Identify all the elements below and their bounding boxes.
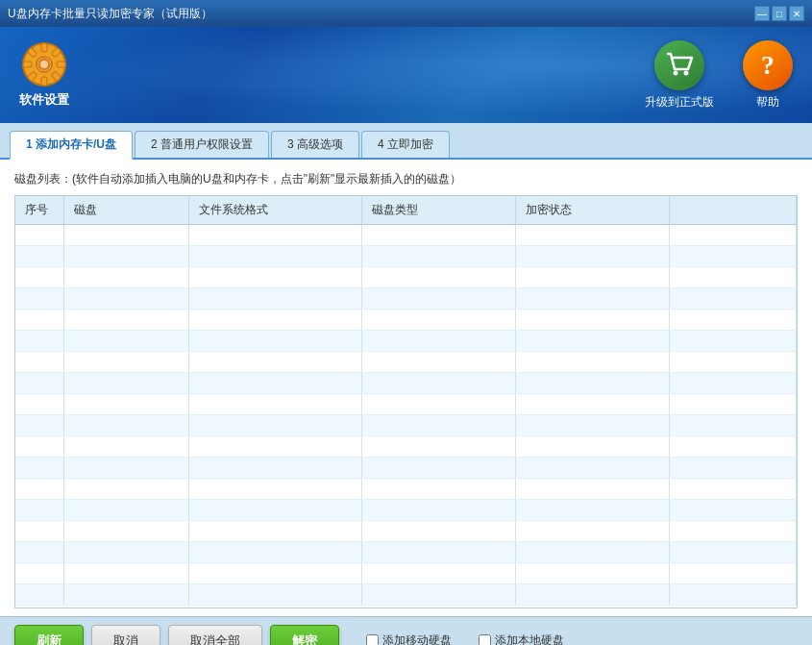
decrypt-button[interactable]: 解密 bbox=[270, 625, 339, 646]
table-row bbox=[15, 225, 797, 246]
bottom-toolbar: 刷新 取消 取消全部 解密 添加移动硬盘 添加本地硬盘 bbox=[0, 616, 812, 645]
software-settings-label[interactable]: 软件设置 bbox=[19, 91, 69, 109]
tab-bar: 1 添加内存卡/U盘 2 普通用户权限设置 3 高级选项 4 立即加密 bbox=[0, 123, 812, 160]
main-area: 1 添加内存卡/U盘 2 普通用户权限设置 3 高级选项 4 立即加密 磁盘列表… bbox=[0, 123, 812, 616]
table-row bbox=[15, 267, 797, 288]
col-fs: 文件系统格式 bbox=[188, 196, 361, 225]
cart-icon bbox=[665, 52, 694, 79]
minimize-button[interactable]: — bbox=[754, 6, 770, 21]
col-extra bbox=[669, 196, 797, 225]
tab-user-permissions[interactable]: 2 普通用户权限设置 bbox=[135, 131, 269, 158]
question-mark-icon: ? bbox=[761, 50, 775, 81]
help-icon-circle: ? bbox=[743, 40, 793, 90]
add-local-hdd-label: 添加本地硬盘 bbox=[495, 633, 564, 645]
table-row bbox=[15, 288, 797, 310]
col-type: 磁盘类型 bbox=[361, 196, 515, 225]
add-local-hdd-checkbox[interactable] bbox=[479, 634, 491, 645]
table-header-row: 序号 磁盘 文件系统格式 磁盘类型 加密状态 bbox=[15, 196, 797, 225]
cart-icon-circle bbox=[654, 40, 704, 90]
gear-icon bbox=[21, 41, 67, 87]
header: 软件设置 升级到正式版 ? 帮助 bbox=[0, 27, 812, 123]
svg-rect-4 bbox=[57, 62, 65, 67]
table-row bbox=[15, 542, 797, 563]
table-row bbox=[15, 246, 797, 267]
table-row bbox=[15, 310, 797, 331]
tab-add-disk[interactable]: 1 添加内存卡/U盘 bbox=[10, 131, 133, 160]
svg-rect-2 bbox=[41, 43, 47, 52]
table-row bbox=[15, 373, 797, 394]
tab-advanced-options[interactable]: 3 高级选项 bbox=[271, 131, 359, 158]
cancel-button[interactable]: 取消 bbox=[91, 625, 160, 646]
help-label: 帮助 bbox=[756, 94, 779, 111]
upgrade-button[interactable]: 升级到正式版 bbox=[645, 40, 714, 111]
table-row bbox=[15, 352, 797, 373]
svg-rect-6 bbox=[41, 77, 47, 86]
maximize-button[interactable]: □ bbox=[772, 6, 787, 21]
add-mobile-hdd-checkbox[interactable] bbox=[366, 634, 379, 645]
table-row bbox=[15, 394, 797, 415]
add-mobile-hdd-label: 添加移动硬盘 bbox=[382, 633, 452, 645]
svg-point-13 bbox=[684, 70, 689, 75]
table-row bbox=[15, 331, 797, 352]
table-row bbox=[15, 521, 797, 542]
add-local-hdd-group: 添加本地硬盘 bbox=[479, 633, 564, 645]
disk-table-container: 序号 磁盘 文件系统格式 磁盘类型 加密状态 bbox=[14, 195, 798, 608]
window-controls: — □ ✕ bbox=[754, 6, 804, 21]
table-row bbox=[15, 436, 797, 458]
table-row bbox=[15, 415, 797, 436]
tab-encrypt-now[interactable]: 4 立即加密 bbox=[361, 131, 450, 158]
table-row bbox=[15, 584, 797, 606]
svg-point-11 bbox=[40, 61, 48, 68]
header-left: 软件设置 bbox=[19, 41, 69, 109]
add-mobile-hdd-group: 添加移动硬盘 bbox=[366, 633, 452, 645]
table-row bbox=[15, 563, 797, 584]
disk-table: 序号 磁盘 文件系统格式 磁盘类型 加密状态 bbox=[15, 196, 797, 606]
svg-rect-8 bbox=[23, 62, 32, 67]
col-status: 加密状态 bbox=[515, 196, 669, 225]
tab-content: 磁盘列表：(软件自动添加插入电脑的U盘和内存卡，点击"刷新"显示最新插入的的磁盘… bbox=[0, 160, 812, 620]
table-row bbox=[15, 479, 797, 500]
upgrade-label: 升级到正式版 bbox=[645, 94, 714, 111]
cancel-all-button[interactable]: 取消全部 bbox=[168, 625, 262, 646]
svg-point-12 bbox=[674, 70, 678, 75]
col-index: 序号 bbox=[15, 196, 63, 225]
title-text: U盘内存卡批量只读加密专家（试用版） bbox=[8, 6, 212, 22]
title-bar: U盘内存卡批量只读加密专家（试用版） — □ ✕ bbox=[0, 0, 812, 27]
col-disk: 磁盘 bbox=[63, 196, 188, 225]
refresh-button[interactable]: 刷新 bbox=[14, 625, 84, 646]
close-button[interactable]: ✕ bbox=[789, 6, 804, 21]
help-button[interactable]: ? 帮助 bbox=[743, 40, 793, 111]
table-row bbox=[15, 500, 797, 521]
header-right: 升级到正式版 ? 帮助 bbox=[645, 40, 793, 111]
disk-list-description: 磁盘列表：(软件自动添加插入电脑的U盘和内存卡，点击"刷新"显示最新插入的的磁盘… bbox=[14, 171, 798, 187]
table-row bbox=[15, 458, 797, 479]
